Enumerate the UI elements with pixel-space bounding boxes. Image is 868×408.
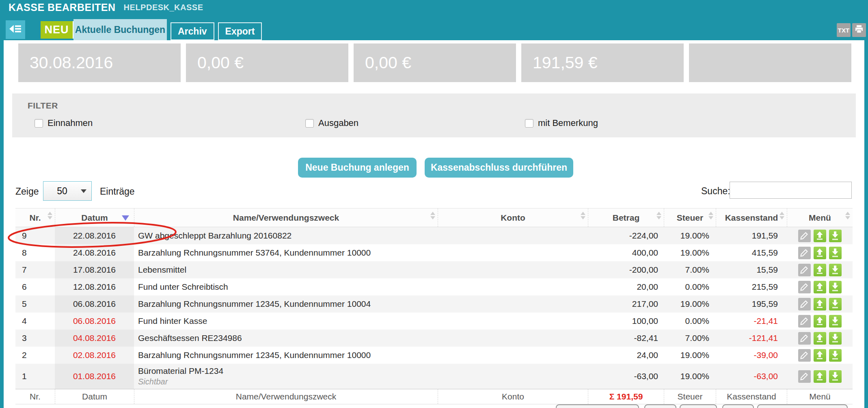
table-row[interactable]: 9 22.08.2016 GW abgeschleppt Barzahlung … <box>15 227 853 244</box>
edit-icon[interactable] <box>798 247 811 259</box>
table-row[interactable]: 1 01.08.2016 Büromaterial PM-1234 Sichtb… <box>15 364 853 389</box>
cell-menu <box>787 227 853 244</box>
deposit-arrow-up-icon[interactable] <box>814 247 826 259</box>
column-header-name[interactable]: Name/Verwendungszweck <box>134 208 438 227</box>
cash-close-button[interactable]: Kassenabschluss durchführen <box>425 158 573 178</box>
withdraw-arrow-down-icon[interactable] <box>829 264 842 276</box>
cell-konto <box>438 261 588 278</box>
cell-betrag: -63,00 <box>588 364 664 389</box>
print-button[interactable] <box>852 23 866 37</box>
cell-konto <box>438 244 588 261</box>
cell-steuer: 19.00% <box>664 244 716 261</box>
pagination-button[interactable] <box>722 404 754 408</box>
cell-name: Lebensmittel <box>134 261 438 278</box>
cell-datum: 24.08.2016 <box>55 244 134 261</box>
column-header-betrag[interactable]: Betrag <box>588 208 664 227</box>
table-row[interactable]: 6 12.08.2016 Fund unter Schreibtisch 20,… <box>15 278 853 295</box>
column-header-kassenstand[interactable]: Kassenstand <box>716 208 787 227</box>
column-header-datum[interactable]: Datum <box>55 208 134 227</box>
edit-icon[interactable] <box>798 332 811 345</box>
checkbox-mit-bemerkung[interactable] <box>525 119 533 128</box>
deposit-arrow-up-icon[interactable] <box>814 298 826 310</box>
deposit-arrow-up-icon[interactable] <box>814 264 826 276</box>
table-row[interactable]: 5 06.08.2016 Barzahlung Rchnungsnummer 1… <box>15 295 853 313</box>
table-header-row: Nr. Datum Name/Verwendungszweck Konto Be… <box>15 208 853 227</box>
page-size-value: 50 <box>43 186 81 197</box>
sort-icons <box>656 212 661 219</box>
cell-kassenstand: 191,59 <box>716 227 787 244</box>
cell-kassenstand: -63,00 <box>716 364 787 389</box>
summary-date-box: 30.08.2016 <box>18 43 181 82</box>
sort-icons <box>430 212 435 219</box>
pagination-button[interactable] <box>757 404 848 408</box>
deposit-arrow-up-icon[interactable] <box>814 370 826 383</box>
column-header-nr[interactable]: Nr. <box>15 208 55 227</box>
edit-icon[interactable] <box>798 281 811 293</box>
withdraw-arrow-down-icon[interactable] <box>829 281 842 293</box>
collapse-menu-button[interactable] <box>6 20 25 39</box>
withdraw-arrow-down-icon[interactable] <box>829 315 842 328</box>
pagination-button[interactable] <box>644 404 676 408</box>
collapse-menu-icon <box>9 23 22 36</box>
pagination-button[interactable] <box>680 404 717 408</box>
neu-button[interactable]: NEU <box>41 21 75 39</box>
cell-steuer: 7.00% <box>664 330 716 347</box>
cell-name: Büromaterial PM-1234 Sichtbar <box>134 364 438 389</box>
edit-icon[interactable] <box>798 230 811 242</box>
column-header-konto[interactable]: Konto <box>438 208 588 227</box>
cell-datum: 01.08.2016 <box>55 364 134 389</box>
edit-icon[interactable] <box>798 315 811 328</box>
withdraw-arrow-down-icon[interactable] <box>829 247 842 259</box>
withdraw-arrow-down-icon[interactable] <box>829 370 842 383</box>
withdraw-arrow-down-icon[interactable] <box>829 349 842 362</box>
edit-icon[interactable] <box>798 264 811 276</box>
deposit-arrow-up-icon[interactable] <box>814 230 826 242</box>
filter-checkbox-mit-bemerkung: mit Bemerkung <box>525 118 598 128</box>
sort-icons <box>779 212 784 219</box>
search-input[interactable] <box>730 182 852 199</box>
deposit-arrow-up-icon[interactable] <box>814 349 826 362</box>
summary-row: 30.08.2016 0,00 € 0,00 € 191,59 € <box>18 43 851 82</box>
cell-nr: 3 <box>15 330 55 347</box>
entries-label: Einträge <box>100 186 135 197</box>
cell-kassenstand: 215,59 <box>716 278 787 295</box>
column-header-menu[interactable]: Menü <box>787 208 853 227</box>
deposit-arrow-up-icon[interactable] <box>814 332 826 345</box>
cell-kassenstand: 15,59 <box>716 261 787 278</box>
edit-icon[interactable] <box>798 349 811 362</box>
page-size-select[interactable]: 50 <box>43 181 92 201</box>
cell-menu <box>787 278 853 295</box>
show-label: Zeige <box>15 186 39 197</box>
withdraw-arrow-down-icon[interactable] <box>829 332 842 345</box>
page-title: KASSE BEARBEITEN <box>9 2 116 13</box>
edit-icon[interactable] <box>798 298 811 310</box>
new-booking-button[interactable]: Neue Buchung anlegen <box>298 158 417 178</box>
cell-konto <box>438 227 588 244</box>
deposit-arrow-up-icon[interactable] <box>814 315 826 328</box>
withdraw-arrow-down-icon[interactable] <box>829 298 842 310</box>
pagination-button[interactable] <box>556 404 639 408</box>
table-row[interactable]: 8 24.08.2016 Barzahlung Rchnungsnummer 5… <box>15 244 853 261</box>
table-row[interactable]: 7 17.08.2016 Lebensmittel -200,00 7.00% … <box>15 261 853 278</box>
cell-steuer: 7.00% <box>664 261 716 278</box>
table-footer-row: Nr. Datum Name/Verwendungszweck Konto Σ … <box>15 389 853 404</box>
table-row[interactable]: 3 04.08.2016 Geschäftsessen RE234986 -82… <box>15 330 853 347</box>
tab-aktuelle-buchungen[interactable]: Aktuelle Buchungen <box>73 19 167 40</box>
withdraw-arrow-down-icon[interactable] <box>829 230 842 242</box>
bookings-table: Nr. Datum Name/Verwendungszweck Konto Be… <box>15 208 853 404</box>
cell-nr: 6 <box>15 278 55 295</box>
txt-export-button[interactable]: TXT <box>837 23 851 37</box>
table-row[interactable]: 2 02.08.2016 Barzahlung Rchnungsnummer 1… <box>15 347 853 364</box>
cell-kassenstand: 195,59 <box>716 295 787 313</box>
checkbox-einnahmen[interactable] <box>35 119 43 128</box>
tab-archiv[interactable]: Archiv <box>171 22 214 40</box>
tab-export[interactable]: Export <box>218 22 262 40</box>
filter-panel: FILTER Einnahmen Ausgaben mit Bemerkung <box>12 93 856 137</box>
checkbox-ausgaben[interactable] <box>305 119 314 128</box>
summary-balance-box: 191,59 € <box>521 43 684 82</box>
edit-icon[interactable] <box>798 370 811 383</box>
column-header-steuer[interactable]: Steuer <box>664 208 716 227</box>
sort-icons <box>581 212 585 219</box>
table-row[interactable]: 4 06.08.2016 Fund hinter Kasse 100,00 0.… <box>15 313 853 330</box>
deposit-arrow-up-icon[interactable] <box>814 281 826 293</box>
